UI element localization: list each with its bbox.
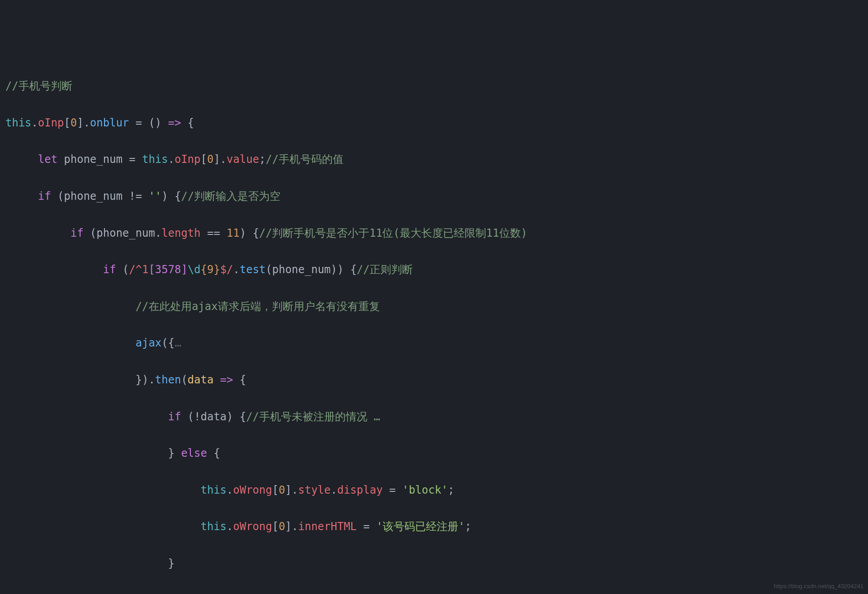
- kw-else: else: [181, 447, 207, 459]
- prop: oInp: [38, 117, 64, 129]
- var: phone_num: [64, 153, 122, 166]
- comment: //手机号未被注册的情况 …: [246, 410, 380, 423]
- source-watermark: https://blog.csdn.net/qq_43204241: [774, 581, 864, 591]
- prop: onblur: [90, 117, 129, 129]
- fold-ellipsis: …: [175, 337, 181, 349]
- string: '': [149, 190, 162, 202]
- number: 11: [226, 227, 240, 239]
- arrow: =>: [168, 117, 181, 129]
- comment: //判断手机号是否小于11位(最大长度已经限制11位数): [259, 227, 528, 239]
- method-test: test: [240, 263, 266, 276]
- comment: //手机号判断: [5, 80, 72, 92]
- param: data: [188, 374, 214, 386]
- comment: //手机号码的值: [266, 153, 344, 166]
- kw-if: if: [38, 190, 51, 202]
- kw-this: this: [5, 117, 32, 129]
- code-block: //手机号判断 this.oInp[0].onblur = () => { le…: [5, 77, 868, 594]
- method-then: then: [155, 374, 181, 386]
- index: 0: [71, 117, 77, 129]
- kw-let: let: [38, 153, 57, 166]
- comment: //正则判断: [357, 263, 413, 276]
- string: '该号码已经注册': [376, 520, 465, 533]
- fn-ajax: ajax: [136, 337, 162, 349]
- comment: //判断输入是否为空: [181, 190, 280, 202]
- string: 'block': [402, 484, 448, 496]
- comment: //在此处用ajax请求后端，判断用户名有没有重复: [136, 300, 380, 313]
- regex: /^1[3578]\d{9}$/: [129, 263, 233, 276]
